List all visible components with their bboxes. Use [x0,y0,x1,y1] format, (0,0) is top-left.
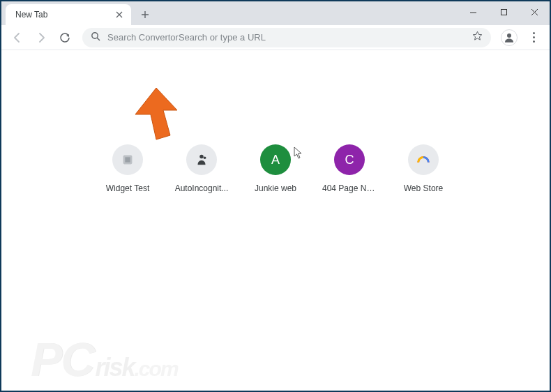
watermark-logo: PC risk .com [31,332,178,386]
watermark-risk: risk [95,353,134,382]
reload-button[interactable] [54,27,75,48]
back-button[interactable] [7,27,28,48]
maximize-button[interactable] [488,1,519,22]
svg-rect-4 [125,157,130,162]
shortcuts-row: Widget Test AutoIncognit... A Junkie web… [100,144,451,193]
shortcut-icon: C [334,144,365,175]
window-controls [458,1,550,25]
annotation-arrow-icon [131,86,180,146]
bookmark-star-icon[interactable] [472,31,483,44]
svg-point-5 [199,155,204,159]
new-tab-button[interactable] [135,5,155,24]
shortcut-tile[interactable]: AutoIncognit... [174,144,229,193]
shortcut-label: 404 Page Not ... [322,183,377,193]
watermark-pc: PC [31,332,93,386]
shortcut-label: AutoIncognit... [174,183,229,193]
shortcut-label: Web Store [396,183,451,193]
new-tab-content: Widget Test AutoIncognit... A Junkie web… [1,50,550,391]
address-bar[interactable] [82,28,491,47]
minimize-button[interactable] [458,1,488,22]
browser-menu-button[interactable] [523,27,544,48]
tab-bar: New Tab [1,1,550,25]
close-tab-icon[interactable] [114,10,124,20]
tab-title: New Tab [15,10,114,20]
shortcut-label: Widget Test [100,183,155,193]
address-input[interactable] [107,32,465,43]
svg-point-6 [204,156,206,159]
shortcut-icon [186,144,217,175]
shortcut-label: Junkie web [248,183,303,193]
shortcut-tile[interactable]: C 404 Page Not ... [322,144,377,193]
close-window-button[interactable] [519,1,550,22]
svg-rect-0 [501,9,506,15]
shortcut-tile[interactable]: A Junkie web [248,144,303,193]
shortcut-icon [408,144,439,175]
svg-point-2 [507,33,511,38]
profile-avatar[interactable] [501,29,518,46]
shortcut-tile[interactable]: Web Store [396,144,451,193]
shortcut-icon [112,144,143,175]
shortcut-tile[interactable]: Widget Test [100,144,155,193]
toolbar [1,25,550,50]
browser-tab[interactable]: New Tab [6,4,131,25]
search-icon [91,31,100,44]
svg-point-1 [92,32,98,38]
watermark-com: .com [135,357,178,381]
shortcut-icon: A [260,144,291,175]
forward-button[interactable] [31,27,52,48]
